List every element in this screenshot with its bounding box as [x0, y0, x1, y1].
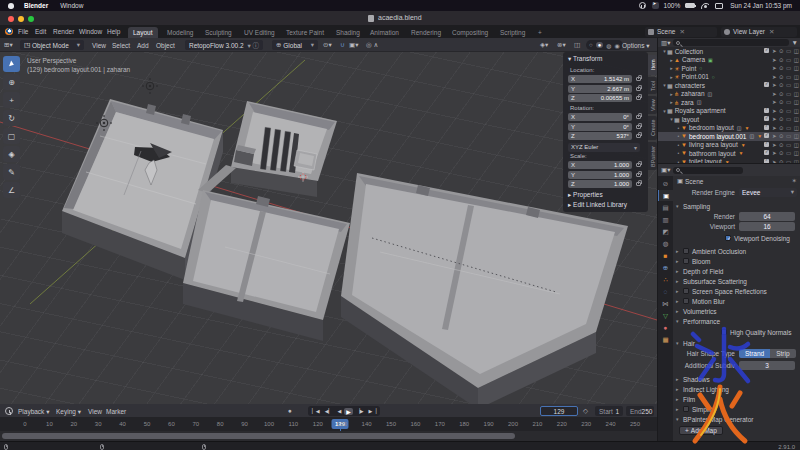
pin-icon[interactable]: ✶: [792, 177, 797, 185]
viewport-canvas[interactable]: User Perspective (129) bedroom layout.00…: [0, 52, 657, 404]
panel-indirect-lighting[interactable]: ▸Indirect Lighting: [673, 384, 800, 394]
panel-sampling[interactable]: ▾Sampling: [673, 201, 800, 211]
tab-particles[interactable]: ∴: [658, 274, 673, 285]
hair-strand-button[interactable]: Strand: [739, 349, 770, 358]
blender-logo-icon[interactable]: [5, 28, 13, 35]
tab-world[interactable]: ◍: [658, 238, 673, 249]
outliner-row-characters[interactable]: ▾▦characters ➤⊙▭◫: [658, 81, 800, 90]
ssr-checkbox[interactable]: [683, 288, 689, 294]
outliner-search-input[interactable]: [673, 39, 788, 46]
location-z-field[interactable]: Z0.00655 m: [568, 94, 632, 102]
ambient-occlusion-checkbox[interactable]: [683, 248, 689, 254]
properties-panel-header[interactable]: ▸ Properties: [568, 191, 603, 199]
prev-keyframe-button[interactable]: ◀▏: [323, 408, 335, 414]
jump-to-start-button[interactable]: ▏◀: [310, 408, 322, 414]
rotation-x-field[interactable]: X0°: [568, 113, 632, 121]
tab-output[interactable]: ▤: [658, 202, 673, 213]
bloom-checkbox[interactable]: [683, 258, 689, 264]
panel-simplify[interactable]: ▸Simplify: [673, 404, 800, 414]
workspace-tab-scripting[interactable]: Scripting: [495, 27, 530, 38]
panel-motion-blur[interactable]: ▸Motion Blur: [673, 296, 800, 306]
outliner-row-point[interactable]: ▸☀Point○ ➤⊙▭◫: [658, 64, 800, 73]
scale-y-field[interactable]: Y1.000: [568, 171, 632, 179]
options-dropdown[interactable]: Options ▾: [622, 42, 649, 50]
tool-measure[interactable]: ∠: [3, 182, 20, 198]
workspace-tab-uvediting[interactable]: UV Editing: [239, 27, 280, 38]
toggle-xray-icon[interactable]: ◫: [574, 41, 580, 49]
lock-icon[interactable]: [636, 173, 641, 177]
unlink-scene-icon[interactable]: ✕: [679, 28, 684, 36]
simplify-checkbox[interactable]: [683, 406, 689, 412]
workspace-tab-shading[interactable]: Shading: [331, 27, 365, 38]
tool-transform[interactable]: ◈: [3, 146, 20, 162]
tool-annotate[interactable]: ✎: [3, 164, 20, 180]
tab-modifiers[interactable]: ⊕: [658, 262, 673, 273]
lock-icon[interactable]: [636, 96, 641, 100]
pivot-point-icon[interactable]: ⊙▾: [323, 41, 332, 49]
panel-volumetrics[interactable]: ▸Volumetrics: [673, 306, 800, 316]
next-keyframe-button[interactable]: ▕▶: [354, 408, 366, 414]
lock-icon[interactable]: [636, 77, 641, 81]
tab-constraints[interactable]: ⋈: [658, 298, 673, 309]
apple-menu-icon[interactable]: [8, 3, 14, 9]
hair-strip-button[interactable]: Strip: [770, 349, 795, 358]
workspace-tab-animation[interactable]: Animation: [365, 27, 404, 38]
panel-hair[interactable]: ▾Hair: [673, 338, 800, 348]
screen-share-icon[interactable]: [652, 2, 659, 9]
close-window-button[interactable]: [8, 16, 14, 22]
sidebar-tab-item[interactable]: Item: [648, 55, 657, 75]
outliner-row-point001[interactable]: ▸☀Point.001○ ➤⊙▭◫: [658, 73, 800, 82]
jump-to-end-button[interactable]: ▶▕: [367, 408, 379, 414]
sampling-render-field[interactable]: 64: [739, 212, 795, 221]
tab-material[interactable]: ●: [658, 322, 673, 333]
shading-wireframe-icon[interactable]: ○: [589, 42, 593, 48]
scale-z-field[interactable]: Z1.000: [568, 180, 632, 188]
panel-bpainter-map-generator[interactable]: ▾BPainter Map Generator: [673, 414, 800, 424]
scene-selector[interactable]: Scene ✕: [645, 27, 717, 37]
outliner-row-zara[interactable]: ▸⋔zara◫ ➤⊙▭◫: [658, 98, 800, 107]
workspace-tab-texturepaint[interactable]: Texture Paint: [281, 27, 329, 38]
retopoflow-dropdown[interactable]: RetopoFlow 3.00.2▾ ⓘ: [185, 40, 263, 50]
tool-move[interactable]: +: [3, 92, 20, 108]
workspace-tab-layout[interactable]: Layout: [128, 27, 158, 38]
show-overlays-icon[interactable]: ⊚▾: [557, 41, 566, 49]
display-icon[interactable]: [715, 3, 723, 9]
add-map-button[interactable]: + Add Map: [679, 426, 723, 435]
lock-icon[interactable]: [636, 134, 641, 138]
panel-shadows[interactable]: ▸Shadows: [673, 374, 800, 384]
outliner-row-layout[interactable]: ▾▦layout ➤⊙▭◫: [658, 115, 800, 124]
lock-icon[interactable]: [636, 115, 641, 119]
scale-x-field[interactable]: X1.000: [568, 161, 632, 169]
transform-orientation-dropdown[interactable]: ⊕ Global▾: [272, 40, 318, 50]
keying-set-icon[interactable]: ◇: [583, 407, 588, 415]
properties-tab-dropdown[interactable]: ▣▾: [661, 166, 670, 174]
frame-start-field[interactable]: Start1: [595, 406, 623, 416]
frame-end-field[interactable]: End250: [626, 406, 654, 416]
shading-material-icon[interactable]: ◍: [606, 42, 611, 49]
panel-screen-space-reflections[interactable]: ▸Screen Space Reflections: [673, 286, 800, 296]
add-workspace-button[interactable]: +: [533, 27, 547, 38]
panel-film[interactable]: ▸Film: [673, 394, 800, 404]
render-engine-dropdown[interactable]: Eevee▾: [739, 188, 797, 197]
lock-icon[interactable]: [636, 87, 641, 91]
render-disable-icon[interactable]: ◫: [794, 48, 799, 54]
menu-help[interactable]: Help: [107, 28, 120, 35]
tool-select-box[interactable]: [3, 56, 20, 72]
view-menu[interactable]: View: [88, 408, 102, 415]
sampling-viewport-field[interactable]: 16: [739, 222, 795, 231]
window-menu[interactable]: Window: [60, 2, 83, 9]
wifi-icon[interactable]: [701, 3, 709, 9]
workspace-tab-modeling[interactable]: Modeling: [162, 27, 198, 38]
snap-magnet-icon[interactable]: ∪: [340, 41, 345, 49]
timeline-editor-icon[interactable]: [5, 407, 13, 415]
menu-window[interactable]: Window: [79, 28, 102, 35]
pause-status-icon[interactable]: [639, 2, 646, 9]
app-menu[interactable]: Blender: [24, 2, 48, 9]
editor-type-icon[interactable]: ⊞▾: [4, 41, 13, 49]
sidebar-tab-view[interactable]: View: [648, 96, 657, 114]
snap-target-icon[interactable]: ▣▾: [349, 41, 358, 49]
mode-dropdown[interactable]: ◳ Object Mode▾: [20, 40, 84, 50]
menu-object[interactable]: Object: [156, 42, 175, 49]
properties-search-input[interactable]: [673, 167, 743, 174]
workspace-tab-compositing[interactable]: Compositing: [447, 27, 493, 38]
